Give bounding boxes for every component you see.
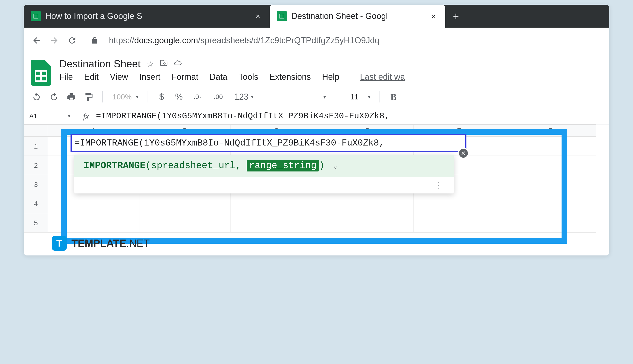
cell[interactable]: [322, 194, 413, 213]
zoom-dropdown[interactable]: 100% ▼: [111, 93, 140, 101]
error-badge-icon[interactable]: ✕: [458, 148, 469, 158]
menu-bar: File Edit View Insert Format Data Tools …: [59, 72, 602, 82]
select-all-corner[interactable]: [24, 124, 48, 136]
cell[interactable]: [231, 213, 322, 232]
back-icon[interactable]: [31, 34, 42, 46]
toolbar-separator: [102, 91, 103, 102]
tab-strip: How to Import a Google S × Destination S…: [24, 5, 609, 28]
toolbar-separator: [148, 91, 148, 102]
cell[interactable]: [505, 175, 596, 194]
formula-hint-signature[interactable]: IMPORTRANGE(spreadsheet_url, range_strin…: [74, 155, 454, 176]
chevron-down-icon: ▼: [135, 94, 140, 100]
cell[interactable]: [505, 194, 596, 213]
cell[interactable]: [139, 194, 231, 213]
cell[interactable]: [413, 194, 505, 213]
watermark-brand: TEMPLATE: [71, 238, 126, 249]
column-header[interactable]: F: [505, 124, 596, 136]
tab-close-icon[interactable]: ×: [429, 12, 438, 21]
url-path: /spreadsheets/d/1Zc9tcPrQTPdtfgZz5yH1O9J…: [198, 36, 379, 45]
move-folder-icon[interactable]: [160, 59, 168, 69]
font-size-dropdown[interactable]: 11 ▼: [343, 93, 371, 101]
row-header[interactable]: 3: [24, 175, 48, 194]
formula-input[interactable]: =IMPORTRANGE(1Y0sG5MYxmB8Io-NdQdIfItX_PZ…: [96, 111, 390, 121]
cell[interactable]: [505, 136, 596, 156]
menu-data[interactable]: Data: [210, 72, 228, 82]
menu-view[interactable]: View: [110, 72, 128, 82]
cell[interactable]: [48, 194, 139, 213]
document-title[interactable]: Destination Sheet: [59, 58, 141, 70]
cell-editor[interactable]: =IMPORTRANGE(1Y0sG5MYxmB8Io-NdQdIfItX_PZ…: [71, 134, 467, 152]
number-format-dropdown[interactable]: 123 ▼: [235, 91, 255, 103]
row-header[interactable]: 2: [24, 156, 48, 175]
sheets-favicon-icon: [277, 11, 287, 21]
chevron-down-icon[interactable]: ⌄: [333, 162, 337, 170]
cell[interactable]: [231, 194, 322, 213]
watermark-logo-icon: T: [52, 236, 67, 251]
print-icon[interactable]: [65, 91, 77, 103]
cloud-status-icon[interactable]: [174, 59, 182, 69]
menu-insert[interactable]: Insert: [139, 72, 160, 82]
sheets-logo-icon[interactable]: [31, 60, 51, 86]
increase-decimal-button[interactable]: .00→: [213, 91, 229, 103]
new-tab-button[interactable]: +: [445, 5, 467, 28]
toolbar: 100% ▼ $ % .0← .00→ 123 ▼ ▼ 11 ▼ B: [24, 86, 609, 108]
tab-close-icon[interactable]: ×: [253, 12, 263, 21]
paint-format-icon[interactable]: [83, 91, 94, 103]
menu-extensions[interactable]: Extensions: [270, 72, 311, 82]
hint-open-paren: (: [145, 160, 151, 171]
cell[interactable]: [413, 213, 505, 232]
hint-close-paren: ): [319, 160, 324, 171]
cell[interactable]: [505, 213, 596, 232]
menu-file[interactable]: File: [59, 72, 73, 82]
menu-edit[interactable]: Edit: [84, 72, 99, 82]
menu-tools[interactable]: Tools: [239, 72, 258, 82]
row-header[interactable]: 4: [24, 194, 48, 213]
cell[interactable]: [48, 213, 139, 232]
docs-header: Destination Sheet ☆ File Edit View Inser…: [24, 53, 609, 86]
row-header[interactable]: 5: [24, 213, 48, 232]
address-bar: https://docs.google.com/spreadsheets/d/1…: [24, 28, 609, 53]
menu-format[interactable]: Format: [172, 72, 198, 82]
lock-icon: [89, 34, 101, 46]
chevron-down-icon: ▼: [367, 94, 371, 100]
hint-function-name: IMPORTRANGE: [84, 160, 145, 171]
cell-editor-text: =IMPORTRANGE(1Y0sG5MYxmB8Io-NdQdIfItX_PZ…: [75, 138, 384, 148]
hint-more-icon[interactable]: ⋮: [74, 176, 454, 194]
font-dropdown[interactable]: ▼: [271, 94, 327, 100]
chevron-down-icon: ▼: [250, 94, 255, 100]
tab-title: Destination Sheet - Googl: [291, 11, 425, 21]
currency-button[interactable]: $: [156, 91, 167, 103]
percent-button[interactable]: %: [173, 91, 185, 103]
url-scheme: https://: [109, 36, 134, 45]
hint-separator: ,: [236, 160, 247, 171]
toolbar-separator: [263, 91, 263, 102]
browser-tab-inactive[interactable]: How to Import a Google S ×: [24, 5, 270, 28]
toolbar-separator: [335, 91, 335, 102]
browser-window: How to Import a Google S × Destination S…: [24, 5, 609, 256]
sheet-area: A B C D E F 1 2 3 4: [24, 124, 609, 256]
font-size-value: 11: [343, 93, 366, 101]
bold-button[interactable]: B: [388, 91, 399, 103]
row-header[interactable]: 1: [24, 136, 48, 156]
grid-row: 4: [24, 194, 609, 213]
cell[interactable]: [322, 213, 413, 232]
cell[interactable]: [139, 213, 231, 232]
url-display[interactable]: https://docs.google.com/spreadsheets/d/1…: [109, 36, 379, 46]
browser-tab-active[interactable]: Destination Sheet - Googl ×: [270, 5, 445, 28]
chevron-down-icon: ▼: [322, 94, 327, 100]
reload-icon[interactable]: [66, 34, 78, 46]
redo-icon[interactable]: [48, 91, 60, 103]
name-box[interactable]: A1 ▼: [29, 112, 76, 120]
url-host: docs.google.com: [134, 36, 198, 45]
zoom-value: 100%: [111, 93, 134, 101]
watermark-suffix: .NET: [126, 238, 150, 249]
star-icon[interactable]: ☆: [147, 59, 154, 68]
last-edit-link[interactable]: Last edit wa: [360, 72, 405, 82]
menu-help[interactable]: Help: [322, 72, 339, 82]
chevron-down-icon: ▼: [67, 114, 71, 119]
forward-icon[interactable]: [49, 34, 60, 46]
decrease-decimal-button[interactable]: .0←: [190, 91, 207, 103]
undo-icon[interactable]: [31, 91, 42, 103]
tab-title: How to Import a Google S: [45, 11, 249, 21]
cell[interactable]: [505, 156, 596, 175]
